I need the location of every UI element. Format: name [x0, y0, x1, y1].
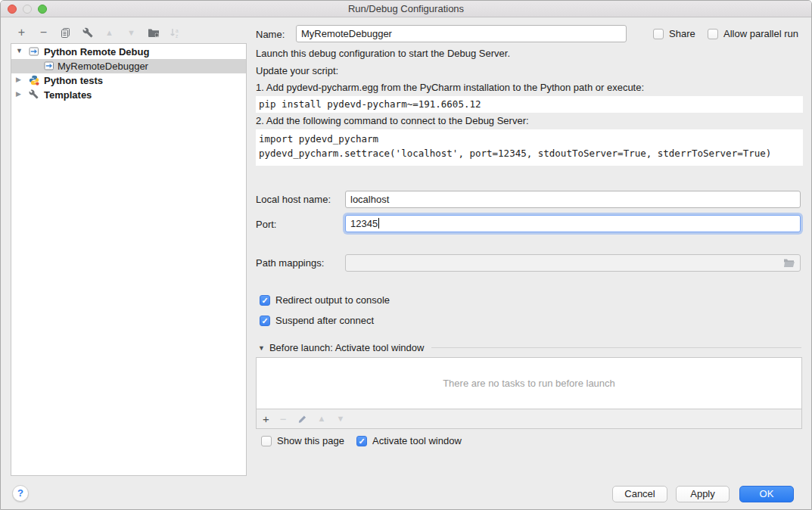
- before-launch-header[interactable]: ▼ Before launch: Activate tool window: [258, 342, 801, 353]
- remove-configuration-button[interactable]: −: [33, 24, 54, 41]
- copy-configuration-button[interactable]: [54, 24, 76, 41]
- name-input[interactable]: [296, 25, 627, 42]
- show-this-page-checkbox[interactable]: ✓ Show this page: [261, 435, 344, 446]
- python-icon: [29, 75, 39, 86]
- svg-text:z: z: [176, 33, 178, 39]
- browse-folder-icon[interactable]: [783, 258, 795, 268]
- apply-button[interactable]: Apply: [676, 486, 730, 502]
- activate-tool-window-checkbox[interactable]: ✓ Activate tool window: [356, 435, 462, 446]
- tree-item-label: Python tests: [44, 75, 103, 86]
- redirect-output-checkbox[interactable]: ✓ Redirect output to console: [260, 294, 390, 306]
- name-label: Name:: [256, 29, 285, 40]
- tree-item-myremotedebugger[interactable]: MyRemoteDebugger: [11, 59, 246, 73]
- copy-icon: [60, 27, 71, 39]
- chevron-right-icon[interactable]: ▶: [16, 76, 21, 83]
- share-checkbox[interactable]: ✓ Share: [653, 28, 695, 39]
- share-label: Share: [669, 28, 695, 39]
- edit-pencil-icon: [297, 414, 307, 424]
- arrow-down-icon: ▼: [127, 29, 135, 37]
- port-label: Port:: [256, 219, 276, 230]
- port-value: 12345: [350, 218, 378, 229]
- instruction-intro: Launch this debug configuration to start…: [256, 48, 510, 59]
- arrow-down-icon: ▼: [336, 415, 344, 423]
- configurations-tree: ▼ Python Remote Debug MyRemoteDebugger ▶: [11, 43, 247, 476]
- arrow-up-icon: ▲: [105, 29, 114, 37]
- arrow-up-icon: ▲: [318, 415, 326, 423]
- path-mappings-label: Path mappings:: [256, 257, 324, 269]
- chevron-right-icon[interactable]: ▶: [16, 90, 21, 98]
- plus-icon[interactable]: +: [263, 413, 269, 424]
- redirect-output-label: Redirect output to console: [275, 294, 390, 306]
- local-host-name-input[interactable]: [345, 191, 801, 208]
- tree-item-label: Templates: [44, 89, 92, 101]
- window-title: Run/Debug Configurations: [1, 3, 811, 14]
- add-configuration-button[interactable]: +: [11, 24, 33, 41]
- before-launch-toolbar: + − ▲ ▼: [256, 409, 802, 429]
- run-debug-configurations-dialog: Run/Debug Configurations + − ▲ ▼: [0, 0, 812, 510]
- suspend-after-connect-label: Suspend after connect: [275, 315, 374, 326]
- allow-parallel-run-checkbox[interactable]: ✓ Allow parallel run: [708, 28, 798, 39]
- show-this-page-label: Show this page: [277, 435, 344, 446]
- title-bar: Run/Debug Configurations: [1, 1, 811, 17]
- code-line: import pydevd_pycharm: [259, 132, 803, 146]
- local-host-name-label: Local host name:: [256, 194, 331, 205]
- code-line: pydevd_pycharm.settrace('localhost', por…: [259, 146, 803, 160]
- new-folder-button[interactable]: [142, 24, 164, 41]
- remote-debug-icon: [44, 61, 54, 71]
- instruction-step2: 2. Add the following command to connect …: [256, 115, 529, 126]
- sort-configurations-button: a z: [164, 24, 186, 41]
- remote-debug-icon: [29, 46, 39, 57]
- sort-az-icon: a z: [170, 27, 181, 39]
- cancel-button[interactable]: Cancel: [612, 486, 667, 502]
- tree-item-templates[interactable]: ▶ Templates: [11, 88, 246, 102]
- checkbox-icon[interactable]: ✓: [708, 29, 718, 39]
- checkbox-icon[interactable]: ✓: [261, 436, 272, 446]
- allow-parallel-run-label: Allow parallel run: [723, 28, 798, 39]
- checkbox-icon[interactable]: ✓: [653, 29, 664, 39]
- minus-icon: −: [280, 413, 287, 424]
- wrench-icon: [29, 89, 39, 99]
- move-up-button: ▲: [98, 24, 120, 41]
- edit-defaults-button[interactable]: [76, 24, 98, 41]
- tree-item-label: MyRemoteDebugger: [58, 61, 148, 72]
- suspend-after-connect-checkbox[interactable]: ✓ Suspend after connect: [260, 315, 374, 326]
- tree-item-python-remote-debug[interactable]: ▼ Python Remote Debug: [11, 45, 246, 59]
- settrace-command: import pydevd_pycharm pydevd_pycharm.set…: [256, 129, 803, 166]
- checkbox-icon[interactable]: ✓: [260, 295, 270, 306]
- plus-icon: +: [18, 26, 25, 39]
- sidebar-toolbar: + − ▲ ▼: [11, 23, 186, 42]
- pip-install-command: pip install pydevd-pycharm~=191.6605.12: [256, 96, 803, 113]
- path-mappings-input[interactable]: [345, 254, 801, 272]
- folder-add-icon: [148, 27, 160, 38]
- section-divider: [431, 347, 801, 348]
- move-down-button: ▼: [120, 24, 142, 41]
- checkbox-icon[interactable]: ✓: [356, 436, 367, 446]
- help-button[interactable]: ?: [12, 485, 29, 502]
- tree-item-python-tests[interactable]: ▶ Python tests: [11, 73, 246, 88]
- ok-button[interactable]: OK: [739, 486, 794, 502]
- chevron-down-icon[interactable]: ▼: [258, 344, 265, 352]
- minus-icon: −: [40, 26, 47, 39]
- tree-item-label: Python Remote Debug: [44, 46, 149, 58]
- activate-tool-window-label: Activate tool window: [372, 435, 462, 446]
- before-launch-task-list[interactable]: There are no tasks to run before launch: [256, 357, 802, 409]
- instruction-update-script: Update your script:: [256, 65, 338, 76]
- chevron-down-icon[interactable]: ▼: [16, 47, 23, 54]
- wrench-icon: [82, 27, 93, 38]
- empty-task-message: There are no tasks to run before launch: [443, 378, 615, 389]
- instruction-step1: 1. Add pydevd-pycharm.egg from the PyCha…: [256, 82, 644, 93]
- before-launch-title: Before launch: Activate tool window: [269, 342, 425, 353]
- checkbox-icon[interactable]: ✓: [260, 316, 270, 326]
- text-caret: [378, 218, 379, 229]
- port-input[interactable]: 12345: [345, 215, 801, 232]
- svg-text:a: a: [176, 27, 179, 33]
